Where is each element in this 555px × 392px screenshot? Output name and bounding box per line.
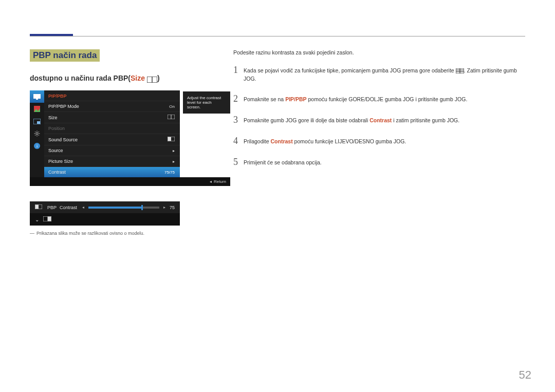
dash-icon: ― [30,231,34,236]
svg-rect-24 [35,205,39,209]
menu-icon [456,67,464,73]
svg-rect-22 [168,137,172,141]
pbp-icon [43,216,51,222]
osd-contrast-value: 75/75 [164,170,175,175]
osd-tooltip: Adjust the contrast level for each scree… [183,91,230,114]
step-1: 1 Kada se pojavi vodič za funkcijske tip… [233,65,525,83]
osd-return-label: Return [214,179,226,184]
slider-fill [88,207,141,209]
subhead-prefix: dostupno u načinu rada PBP( [30,74,131,82]
osd-mode-label: PIP/PBP Mode [48,104,169,109]
step-2: 2 Pomaknite se na PIP/PBP pomoću funkcij… [233,94,525,104]
slider-mode: PBP [47,205,57,210]
svg-rect-3 [36,99,38,100]
page-number: 52 [519,368,531,382]
slider-hint-bar: ⌄ [30,213,180,226]
osd-sidebar-picture-icon[interactable] [30,103,44,115]
osd-position-label: Position [48,126,175,131]
step-number: 5 [233,157,244,167]
osd-mode-value: On [169,104,175,109]
step-3: 3 Pomaknite gumb JOG gore ili dolje da b… [233,115,525,125]
osd-panel: i PIP/PBP PIP/PBP ModeOn Size Position S… [30,90,180,177]
osd-sidebar-info-icon[interactable]: i [30,140,44,152]
osd-row-position: Position [44,123,180,134]
step-text: Prilagodite Contrast pomoću funkcije LIJ… [244,136,525,146]
subhead-size-word: Size [131,74,145,82]
osd-row-soundsource[interactable]: Sound Source [44,134,180,145]
chevron-down-icon: ⌄ [35,217,39,222]
step-text: Kada se pojavi vodič za funkcijske tipke… [244,65,525,83]
step-4: 4 Prilagodite Contrast pomoću funkcije L… [233,136,525,146]
chevron-right-icon: ▸ [173,159,175,164]
step-text: Pomaknite se na PIP/PBP pomoću funkcije … [244,94,525,104]
slider-value: 75 [170,205,175,210]
slider-row[interactable]: PBP Contrast ◂ ▸ 75 [30,201,180,213]
step-number: 2 [233,94,244,104]
svg-rect-7 [37,121,40,124]
slider-track[interactable] [88,207,159,209]
step-text: Pomaknite gumb JOG gore ili dolje da bis… [244,115,525,125]
step-number: 3 [233,115,244,125]
disclaimer: ―Prikazana slika može se razlikovati ovi… [30,231,226,236]
svg-point-8 [36,133,38,135]
osd-row-size[interactable]: Size [44,111,180,123]
svg-line-16 [39,132,40,133]
chevron-right-icon[interactable]: ▸ [163,205,165,210]
disclaimer-text: Prikazana slika može se razlikovati ovis… [36,231,144,236]
step-5: 5 Primijenit će se odabrana opcija. [233,157,525,167]
svg-line-15 [35,135,36,136]
svg-rect-26 [48,217,51,221]
osd-size-label: Size [48,115,168,120]
osd-picturesize-label: Picture Size [48,159,173,164]
header-divider [30,36,525,36]
slider-handle[interactable] [141,205,143,210]
pbp-icon [168,115,175,120]
slider-label: Contrast [60,205,77,210]
osd-sidebar-display-icon[interactable] [30,90,44,103]
pbp-icon [147,75,157,83]
intro-text: Podesite razinu kontrasta za svaki pojed… [233,49,525,55]
step-number: 1 [233,65,244,83]
step-text: Primijenit će se odabrana opcija. [244,157,525,167]
svg-line-13 [35,132,36,133]
osd-sidebar-settings-icon[interactable] [30,127,44,140]
pbp-icon [35,204,42,210]
svg-line-14 [39,135,40,136]
osd-source-label: Source [48,148,173,153]
section-heading: PBP način rada [30,49,226,62]
osd-row-picturesize[interactable]: Picture Size▸ [44,156,180,166]
keyword: Contrast [271,138,293,144]
osd-title: PIP/PBP [44,90,180,101]
osd-contrast-label: Contrast [48,170,164,175]
keyword: PIP/PBP [285,96,306,102]
subhead-suffix: ) [157,74,160,82]
osd-return-bar[interactable]: ◂Return [30,177,230,186]
heading-text: PBP način rada [30,49,100,62]
osd-soundsource-label: Sound Source [48,137,168,142]
keyword: Contrast [369,117,392,123]
chevron-left-icon[interactable]: ◂ [82,205,84,210]
subheading: dostupno u načinu rada PBP(Size ) [30,74,226,83]
chevron-right-icon: ▸ [173,148,175,153]
osd-row-mode[interactable]: PIP/PBP ModeOn [44,101,180,111]
osd-sidebar: i [30,90,44,177]
osd-row-contrast[interactable]: Contrast75/75 [44,166,180,177]
svg-rect-2 [33,94,41,99]
pbp-left-icon [168,137,175,142]
step-number: 4 [233,136,244,146]
osd-row-source[interactable]: Source▸ [44,145,180,156]
osd-sidebar-pip-icon[interactable] [30,115,44,127]
chevron-left-icon: ◂ [210,179,212,184]
